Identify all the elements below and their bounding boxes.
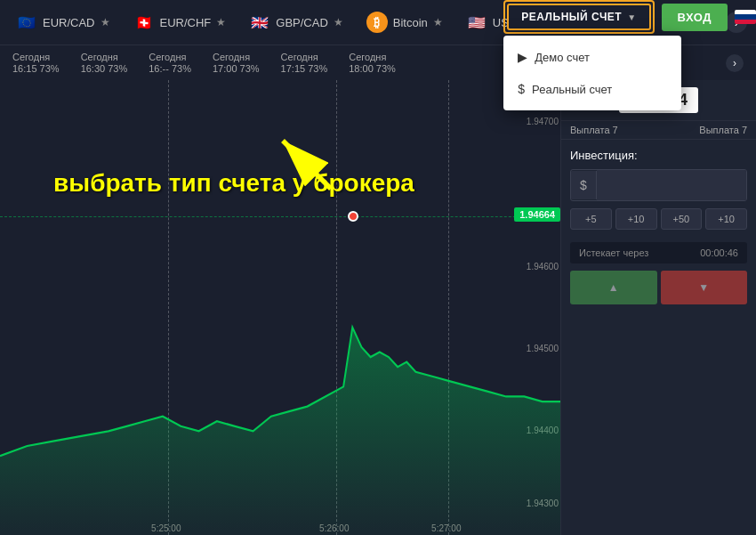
- time-item-5[interactable]: Сегодня 18:00 73%: [345, 48, 414, 77]
- quick-btn-10[interactable]: +10: [615, 208, 657, 230]
- ticker-item-bitcoin[interactable]: ₿ Bitcoin ★: [359, 8, 450, 36]
- investment-label: Инвестиция:: [570, 149, 747, 162]
- payout-label: Выплата 7: [570, 125, 618, 135]
- up-arrow-icon: ▲: [608, 281, 619, 294]
- chevron-down-icon: ▼: [627, 12, 636, 22]
- ticker-label-bitcoin: Bitcoin: [393, 16, 428, 29]
- investment-input-row: $: [570, 169, 747, 201]
- trade-down-button[interactable]: ▼: [661, 271, 748, 304]
- expires-row: Истекает через 00:00:46: [570, 242, 747, 263]
- time-item-0[interactable]: Сегодня 16:15 73%: [9, 48, 77, 77]
- flag-eurchf: 🇨🇭: [133, 12, 155, 33]
- time-day-5: Сегодня: [349, 52, 386, 62]
- down-arrow-icon: ▼: [698, 281, 709, 294]
- header-right: РЕАЛЬНЫЙ СЧЕТ ▼ ▶ Демо счет $ Реальный с…: [503, 0, 756, 34]
- quick-btn-100[interactable]: +10: [705, 208, 747, 230]
- annotation-text: выбрать тип счета у брокера: [53, 169, 414, 198]
- account-type-label: РЕАЛЬНЫЙ СЧЕТ: [521, 11, 622, 23]
- star-bitcoin[interactable]: ★: [433, 16, 443, 28]
- chart-area-fill: [0, 328, 560, 535]
- right-panel: 1.94664 Выплата 7 Выплата 7 Инвестиция: …: [560, 80, 756, 535]
- time-item-1[interactable]: Сегодня 16:30 73%: [77, 48, 146, 77]
- expires-label: Истекает через: [579, 247, 648, 258]
- flag-gbpcad: 🇬🇧: [249, 12, 270, 33]
- time-pct-3: 17:00 73%: [213, 63, 260, 74]
- time-pct-1: 16:30 73%: [81, 63, 128, 74]
- play-icon: ▶: [518, 50, 527, 64]
- time-item-2[interactable]: Сегодня 16:-- 73%: [145, 48, 209, 77]
- quick-btn-50[interactable]: +50: [661, 208, 703, 230]
- star-eurcad[interactable]: ★: [101, 16, 110, 28]
- time-pct-5: 18:00 73%: [349, 63, 396, 74]
- expires-time: 00:00:46: [700, 247, 738, 258]
- investment-input[interactable]: [597, 170, 747, 200]
- star-gbpcad[interactable]: ★: [334, 16, 343, 28]
- dollar-icon: $: [518, 82, 525, 96]
- trade-up-button[interactable]: ▲: [570, 271, 657, 304]
- ticker-item-gbpcad[interactable]: 🇬🇧 GBP/CAD ★: [242, 8, 350, 36]
- payout-value: Выплата 7: [699, 125, 747, 135]
- quick-btn-5[interactable]: +5: [570, 208, 612, 230]
- crosshair-dot: [348, 211, 358, 222]
- demo-account-item[interactable]: ▶ Демо счет: [503, 41, 681, 73]
- svg-line-1: [283, 141, 331, 189]
- payout-row: Выплата 7 Выплата 7: [561, 121, 756, 140]
- flag-bitcoin: ₿: [366, 12, 388, 33]
- yellow-arrow-icon: [267, 125, 347, 205]
- ticker-item-eurcad[interactable]: 🇪🇺 EUR/CAD ★: [9, 8, 117, 36]
- ticker-label-gbpcad: GBP/CAD: [276, 16, 328, 29]
- time-item-4[interactable]: Сегодня 17:15 73%: [277, 48, 346, 77]
- time-day-3: Сегодня: [213, 52, 250, 62]
- time-pct-4: 17:15 73%: [281, 63, 328, 74]
- demo-account-label: Демо счет: [535, 51, 590, 64]
- quick-buttons: +5 +10 +50 +10: [570, 208, 747, 230]
- account-dropdown-trigger[interactable]: РЕАЛЬНЫЙ СЧЕТ ▼: [507, 4, 650, 30]
- flag-usdnok: 🇺🇸: [466, 12, 487, 33]
- account-dropdown-menu: ▶ Демо счет $ Реальный счет: [503, 36, 681, 110]
- time-day-1: Сегодня: [81, 52, 118, 62]
- ticker-label-eurcad: EUR/CAD: [43, 16, 95, 29]
- investment-section: Инвестиция: $ +5 +10 +50 +10: [561, 140, 756, 242]
- flag-eurcad: 🇪🇺: [16, 12, 37, 33]
- time-pct-0: 16:15 73%: [12, 63, 60, 74]
- dropdown-border-box: РЕАЛЬНЫЙ СЧЕТ ▼ ▶ Демо счет $ Реальный с…: [503, 0, 654, 34]
- chart-area: 1.94700 1.94664 1.94600 1.94500 1.94400 …: [0, 80, 560, 535]
- russia-flag: [735, 10, 756, 24]
- currency-symbol: $: [571, 171, 597, 199]
- login-button[interactable]: ВХОД: [662, 4, 728, 31]
- main-content: 1.94700 1.94664 1.94600 1.94500 1.94400 …: [0, 80, 756, 535]
- ticker-label-eurchf: EUR/CHF: [160, 16, 212, 29]
- time-pct-2: 16:-- 73%: [149, 63, 191, 74]
- time-day-2: Сегодня: [149, 52, 186, 62]
- star-eurchf[interactable]: ★: [216, 16, 226, 28]
- real-account-label: Реальный счет: [532, 83, 612, 96]
- trade-buttons: ▲ ▼: [561, 271, 756, 312]
- ticker-item-eurchf[interactable]: 🇨🇭 EUR/CHF ★: [126, 8, 234, 36]
- real-account-item[interactable]: $ Реальный счет: [503, 73, 681, 105]
- time-item-3[interactable]: Сегодня 17:00 73%: [209, 48, 277, 77]
- time-day-0: Сегодня: [12, 52, 50, 62]
- time-next-arrow[interactable]: ›: [726, 54, 744, 72]
- time-day-4: Сегодня: [281, 52, 318, 62]
- account-section: РЕАЛЬНЫЙ СЧЕТ ▼ ▶ Демо счет $ Реальный с…: [503, 0, 654, 34]
